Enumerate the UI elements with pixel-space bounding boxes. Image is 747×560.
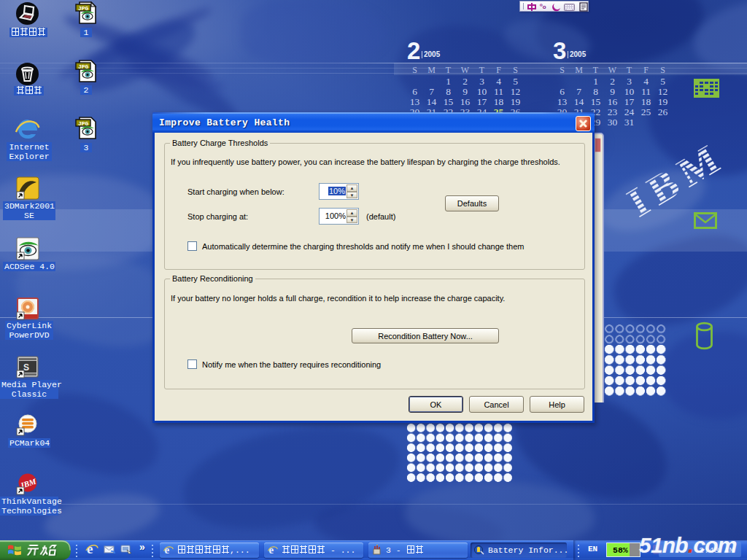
svg-text:IBM: IBM — [621, 143, 723, 218]
svg-text:e: e — [87, 542, 93, 556]
svg-text:JPG: JPG — [78, 120, 89, 127]
svg-text:e: e — [165, 545, 170, 555]
svg-text:e: e — [269, 545, 274, 555]
svg-text:JPG: JPG — [78, 5, 89, 12]
svg-text:JPG: JPG — [78, 63, 89, 70]
